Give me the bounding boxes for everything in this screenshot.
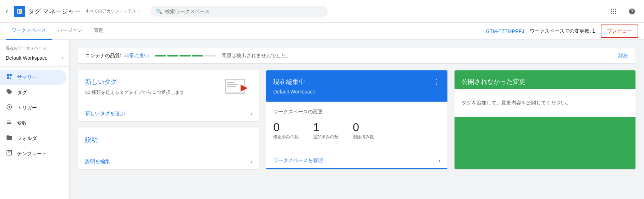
sidebar-label-triggers: トリガー <box>17 105 37 111</box>
new-tag-add-link[interactable]: 新しいタグを追加 › <box>78 106 259 121</box>
editing-card-footer-chevron: › <box>439 158 440 163</box>
gtm-logo-icon <box>14 6 25 17</box>
main-layout: 現在のワークスペース Default Workspace › サマリー タグ ト… <box>0 40 644 199</box>
sidebar-item-variables[interactable]: 変数 <box>0 115 66 131</box>
breadcrumb: すべてのアカウント › テスト <box>85 8 141 14</box>
sidebar-item-summary[interactable]: サマリー <box>0 70 66 85</box>
search-bar[interactable]: 🔍 <box>150 6 328 17</box>
quality-bar: コンテナの品質: 非常に良い 問題は検出されませんでした。 詳細 <box>78 48 635 63</box>
sidebar-item-templates[interactable]: テンプレート <box>0 146 66 161</box>
workspace-name-label: Default Workspace <box>6 55 48 61</box>
quality-bar-2 <box>167 55 178 57</box>
sidebar-label-tags: タグ <box>17 90 27 96</box>
tags-icon <box>6 88 13 97</box>
description-card-body: 説明 <box>78 128 259 154</box>
app-header: ‹ タグ マネージャー すべてのアカウント › テスト 🔍 <box>0 0 644 23</box>
description-footer-label: 説明を編集 <box>85 158 110 165</box>
header-right-actions <box>607 5 638 18</box>
preview-button[interactable]: プレビュー <box>601 25 638 38</box>
back-icon[interactable]: ‹ <box>6 7 8 15</box>
quality-bar-3 <box>180 55 191 57</box>
sidebar: 現在のワークスペース Default Workspace › サマリー タグ ト… <box>0 40 70 199</box>
sidebar-label-folders: フォルダ <box>17 135 37 142</box>
editing-card-footer[interactable]: ワークスペースを管理 › <box>266 153 447 168</box>
triggers-icon <box>6 104 13 112</box>
app-name-label: タグ マネージャー <box>28 7 81 16</box>
breadcrumb-current[interactable]: テスト <box>128 8 141 14</box>
stat-modified: 0 修正済みの数 <box>273 121 299 140</box>
tab-version[interactable]: バージョン <box>52 23 88 40</box>
sidebar-item-tags[interactable]: タグ <box>0 85 66 100</box>
unpublished-card-body: タグを追加して、変更内容を公開してください。 <box>455 89 635 117</box>
svg-rect-19 <box>227 86 236 87</box>
svg-point-5 <box>615 9 616 10</box>
app-logo: タグ マネージャー <box>14 6 81 17</box>
quality-bar-5 <box>204 55 216 57</box>
unpublished-card-text: タグを追加して、変更内容を公開してください。 <box>462 100 571 106</box>
new-tag-title: 新しいタグ <box>85 77 185 86</box>
svg-rect-18 <box>227 84 238 85</box>
unpublished-card-title: 公開されなかった変更 <box>462 77 628 86</box>
quality-bars <box>155 55 216 57</box>
svg-rect-17 <box>227 82 234 83</box>
tab-admin[interactable]: 管理 <box>88 23 109 40</box>
sidebar-divider <box>0 66 69 67</box>
breadcrumb-all[interactable]: すべてのアカウント <box>85 8 123 14</box>
variables-icon <box>6 119 13 127</box>
svg-point-7 <box>613 11 614 12</box>
description-title: 説明 <box>85 135 252 144</box>
new-tag-card-body: 新しいタグ 50 種類を超えるタグタイプから 1 つ選択します <box>78 70 259 106</box>
tab-workspace[interactable]: ワークスペース <box>6 23 52 40</box>
templates-icon <box>6 150 13 158</box>
new-tag-text: 新しいタグ 50 種類を超えるタグタイプから 1 つ選択します <box>85 77 185 96</box>
svg-rect-2 <box>20 10 21 12</box>
gtm-id-label[interactable]: GTM-TZTMPRFJ <box>486 28 524 34</box>
changes-count-label: ワークスペースでの変更数: 1 <box>530 28 595 34</box>
help-icon[interactable] <box>626 5 638 18</box>
stats-row: 0 修正済みの数 1 追加済みの数 0 削除済み数 <box>273 121 440 140</box>
svg-point-11 <box>615 13 616 14</box>
description-card: 説明 説明を編集 › <box>78 128 259 169</box>
svg-rect-1 <box>18 10 19 12</box>
workspace-selector[interactable]: Default Workspace › <box>0 52 69 64</box>
sidebar-item-folders[interactable]: フォルダ <box>0 131 66 146</box>
editing-card: 現在編集中 ⋮ Default Workspace ワークスペースの変更 0 修… <box>266 70 447 169</box>
workspace-section-label: 現在のワークスペース <box>0 45 69 52</box>
quality-bar-4 <box>192 55 203 57</box>
stat-deleted-number: 0 <box>353 121 359 134</box>
sidebar-item-triggers[interactable]: トリガー <box>0 100 66 115</box>
editing-card-more-icon[interactable]: ⋮ <box>433 77 440 86</box>
nav-right: GTM-TZTMPRFJ ワークスペースでの変更数: 1 プレビュー <box>486 25 638 38</box>
svg-point-13 <box>9 106 10 108</box>
stats-title: ワークスペースの変更 <box>273 109 440 115</box>
quality-bar-1 <box>155 55 166 57</box>
svg-point-10 <box>613 13 614 14</box>
svg-point-4 <box>613 9 614 10</box>
svg-point-9 <box>611 13 612 14</box>
svg-point-3 <box>611 9 612 10</box>
new-tag-footer-label: 新しいタグを追加 <box>85 111 125 117</box>
summary-icon <box>6 73 13 81</box>
stat-added-label: 追加済みの数 <box>313 134 338 140</box>
new-tag-card: 新しいタグ 50 種類を超えるタグタイプから 1 つ選択します <box>78 70 259 121</box>
breadcrumb-separator: › <box>125 9 126 14</box>
quality-detail-link[interactable]: 詳細 <box>618 53 628 59</box>
stat-deleted: 0 削除済み数 <box>353 121 374 140</box>
unpublished-card: 公開されなかった変更 タグを追加して、変更内容を公開してください。 <box>455 70 635 169</box>
svg-point-6 <box>611 11 612 12</box>
editing-card-title: 現在編集中 <box>273 77 305 86</box>
apps-icon[interactable] <box>607 5 620 18</box>
editing-card-stats: ワークスペースの変更 0 修正済みの数 1 追加済みの数 0 削除済み数 <box>266 102 447 153</box>
new-tag-footer-chevron: › <box>251 111 252 117</box>
sidebar-label-summary: サマリー <box>17 74 37 81</box>
search-icon: 🔍 <box>156 9 162 14</box>
svg-rect-0 <box>17 9 22 14</box>
search-input[interactable] <box>165 9 322 14</box>
stat-modified-number: 0 <box>273 121 280 134</box>
nav-bar: ワークスペース バージョン 管理 GTM-TZTMPRFJ ワークスペースでの変… <box>0 23 644 40</box>
editing-card-footer-label: ワークスペースを管理 <box>273 157 323 164</box>
quality-message: 問題は検出されませんでした。 <box>221 53 613 59</box>
editing-card-subtitle: Default Workspace <box>266 89 447 102</box>
sidebar-label-variables: 変数 <box>17 120 27 127</box>
description-edit-link[interactable]: 説明を編集 › <box>78 154 259 169</box>
